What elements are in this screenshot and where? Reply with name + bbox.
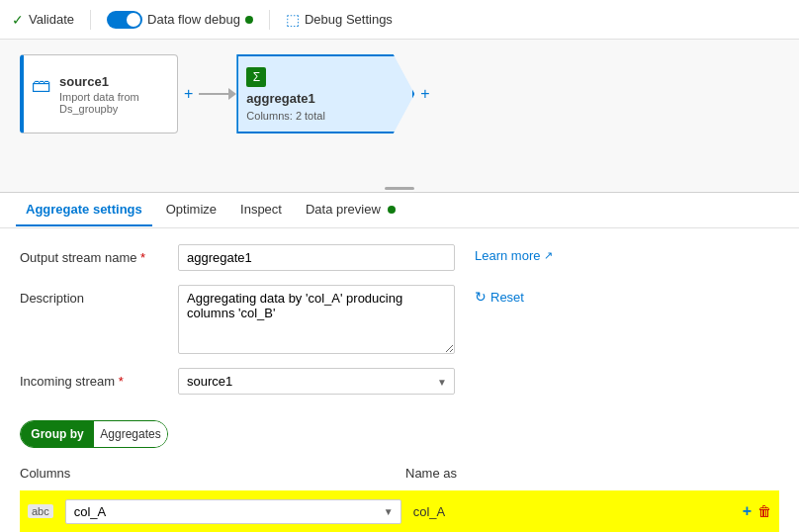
canvas-nodes: 🗃 source1 Import data from Ds_groupby + …	[20, 54, 779, 133]
tabs-bar: Aggregate settings Optimize Inspect Data…	[0, 193, 799, 228]
validate-check-icon: ✓	[12, 12, 24, 28]
group-by-toggle[interactable]: Group by	[21, 421, 94, 447]
group-by-label: Group by	[31, 427, 83, 441]
source-node-info: source1 Import data from Ds_groupby	[59, 74, 169, 115]
debug-settings-label: Debug Settings	[305, 12, 393, 27]
aggregate-columns-count: 2 total	[296, 110, 325, 122]
incoming-stream-select-wrapper: source1 ▼	[178, 368, 455, 395]
data-preview-active-dot	[388, 206, 396, 214]
aggregate-icon-row: Σ	[246, 67, 397, 87]
aggregates-label: Aggregates	[100, 427, 160, 441]
toolbar-divider-2	[269, 10, 270, 30]
debug-settings-button[interactable]: ⬚ Debug Settings	[286, 11, 393, 29]
incoming-stream-row: Incoming stream source1 ▼	[20, 368, 779, 395]
resize-bar	[385, 187, 414, 190]
incoming-stream-label: Incoming stream	[20, 368, 178, 389]
source-node-icon: 🗃	[32, 74, 51, 97]
aggregate-node[interactable]: Σ aggregate1 Columns: 2 total	[236, 54, 414, 133]
column-select[interactable]: col_A	[65, 499, 401, 524]
source-node-inner: 🗃 source1 Import data from Ds_groupby	[32, 74, 169, 115]
aggregate-node-title: aggregate1	[246, 91, 397, 106]
columns-col-header: Columns	[20, 466, 405, 481]
settings-content: Output stream name Learn more ↗ Descript…	[0, 228, 799, 420]
aggregate-node-columns: Columns: 2 total	[246, 110, 397, 122]
tab-aggregate-settings[interactable]: Aggregate settings	[16, 194, 152, 226]
reset-button[interactable]: ↻ Reset	[475, 289, 524, 305]
source-node-title: source1	[59, 74, 169, 89]
output-stream-row: Output stream name Learn more ↗	[20, 244, 779, 271]
aggregate-add-button[interactable]: +	[414, 85, 435, 103]
source-add-button[interactable]: +	[178, 85, 199, 103]
table-row: abc col_A ▼ + 🗑	[20, 490, 779, 532]
validate-label: Validate	[29, 12, 74, 27]
tab-optimize[interactable]: Optimize	[156, 194, 226, 226]
data-flow-debug-label: Data flow debug	[147, 12, 240, 27]
arrow-head	[228, 88, 236, 100]
connector-arrow	[199, 88, 236, 100]
sigma-icon: Σ	[246, 67, 266, 87]
toolbar: ✓ Validate Data flow debug ⬚ Debug Setti…	[0, 0, 799, 40]
col-select-wrapper: col_A ▼	[65, 499, 401, 524]
arrow-line	[199, 93, 228, 95]
columns-header-row: Columns Name as	[20, 462, 779, 485]
external-link-icon: ↗	[544, 249, 553, 262]
incoming-stream-select[interactable]: source1	[178, 368, 455, 395]
debug-settings-icon: ⬚	[286, 11, 300, 29]
tab-inspect[interactable]: Inspect	[230, 194, 292, 226]
canvas-area: 🗃 source1 Import data from Ds_groupby + …	[0, 40, 799, 193]
row-add-button[interactable]: +	[743, 502, 752, 520]
debug-active-dot	[245, 16, 253, 24]
reset-icon: ↻	[475, 289, 487, 305]
toolbar-divider-1	[90, 10, 91, 30]
data-flow-debug-toggle[interactable]: Data flow debug	[107, 11, 253, 29]
learn-more-link[interactable]: Learn more ↗	[475, 248, 553, 263]
columns-section: Group by Aggregates Columns Name as abc …	[0, 420, 799, 532]
output-stream-name-input[interactable]	[178, 244, 455, 271]
bottom-panel: Aggregate settings Optimize Inspect Data…	[0, 193, 799, 532]
col-type-badge: abc	[28, 504, 53, 518]
learn-more-label: Learn more	[475, 248, 540, 263]
row-actions: + 🗑	[743, 502, 771, 520]
row-delete-button[interactable]: 🗑	[757, 503, 771, 519]
aggregates-toggle[interactable]: Aggregates	[94, 421, 167, 447]
col-name-input[interactable]	[409, 500, 735, 523]
side-actions: Learn more ↗	[475, 244, 553, 263]
source-node[interactable]: 🗃 source1 Import data from Ds_groupby	[20, 54, 178, 133]
validate-button[interactable]: ✓ Validate	[12, 12, 74, 28]
tab-data-preview[interactable]: Data preview	[296, 194, 406, 226]
description-row: Description Aggregating data by 'col_A' …	[20, 285, 779, 354]
name-as-col-header: Name as	[405, 466, 779, 481]
description-label: Description	[20, 285, 178, 306]
reset-label: Reset	[490, 290, 524, 305]
resize-handle[interactable]	[380, 184, 419, 192]
debug-toggle-switch[interactable]	[107, 11, 142, 29]
source-node-subtitle: Import data from Ds_groupby	[59, 91, 169, 115]
aggregate-columns-label: Columns:	[246, 110, 292, 122]
side-actions-2: ↻ Reset	[475, 285, 524, 305]
description-textarea[interactable]: Aggregating data by 'col_A' producing co…	[178, 285, 455, 354]
output-stream-label: Output stream name	[20, 244, 178, 265]
toggle-group: Group by Aggregates	[20, 420, 168, 448]
